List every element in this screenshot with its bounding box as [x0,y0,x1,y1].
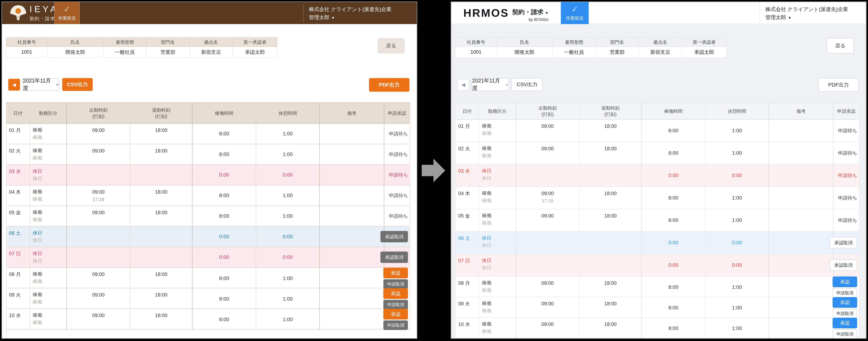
break-hours-cell: 1:00 [705,297,769,318]
request-cancel-button[interactable]: 申請取消 [833,309,857,318]
approval-status-text: 申請待ち [389,192,408,199]
approval-cancel-button[interactable]: 承認取消 [830,259,857,271]
division-cell: 稼働稼働 [479,318,516,339]
clock-out-cell [130,227,192,247]
division-label: 休日 [482,257,516,264]
request-cancel-button[interactable]: 申請取消 [383,279,408,289]
division-sub-label: 稼働 [33,154,66,162]
approve-button[interactable]: 承認 [383,268,408,278]
request-cancel-button[interactable]: 申請取消 [833,288,857,297]
back-button[interactable]: 戻る [827,38,854,54]
division-sub-label: 稼働 [482,152,516,159]
previous-month-button[interactable]: ◀ [8,79,20,91]
division-sub-label: 稼働 [482,219,516,227]
division-label: 稼働 [33,311,66,319]
working-hours-cell: 8:00 [642,297,705,318]
employee-header-row: 社員番号 氏名 雇用形態 部門名 拠点名 第一承認者 [455,37,726,47]
approval-cancel-button[interactable]: 承認取消 [380,231,408,242]
month-select[interactable]: 2021年11月度 ∨ [472,78,508,91]
approval-status-text: 申請待ち [838,195,857,201]
timesheet-table: 日付 勤務区分 出勤時刻 (打刻) 退勤時刻 (打刻) 稼働時間 休憩時間 備考… [6,103,410,338]
clock-in-cell: 09:0017:16 [67,186,130,206]
clock-out-time: 18:00 [130,147,192,154]
break-hours-cell: 1:00 [705,277,769,297]
approve-button[interactable]: 承認 [833,318,857,328]
approval-status-text: 申請待ち [389,172,408,178]
division-cell: 休日休日 [479,165,516,187]
clock-in-cell: 09:00 [516,297,580,318]
division-sub-label: 休日 [482,174,516,182]
date-cell: 04 木 [456,187,479,209]
product-byline: by IEYASU [529,17,549,22]
right-arrow-icon [422,165,433,176]
hrmos-logo[interactable]: HRMOS 契約・請求▼ by IEYASU [463,6,549,22]
clock-out-cell: 18:00 [580,120,642,142]
clock-in-punch: 17:16 [516,197,579,204]
break-hours-cell: 1:00 [705,120,769,142]
division-label: 休日 [33,250,66,257]
account-menu[interactable]: 株式会社 クライアント(派遣先)企業 管理太郎▼ [766,5,848,22]
approve-button[interactable]: 承認 [833,297,857,308]
division-cell: 休日休日 [30,165,67,185]
col-approval: 申請承認 [834,103,859,119]
clock-in-cell [516,254,580,276]
division-label: 稼働 [482,122,516,130]
chevron-down-icon: ▼ [788,16,792,20]
clock-out-time: 18:00 [580,145,641,152]
pdf-export-button[interactable]: PDF出力 [818,78,859,92]
employee-header: 雇用形態 [553,37,596,47]
approval-cancel-button[interactable]: 承認取消 [380,252,408,263]
request-cancel-button[interactable]: 申請取消 [833,329,857,339]
timesheet-row-03: 03 水休日休日0:000:00申請待ち [455,165,859,187]
timesheet-header-row: 日付 勤務区分 出勤時刻 (打刻) 退勤時刻 (打刻) 稼働時間 休憩時間 備考… [455,103,859,120]
approval-cancel-button[interactable]: 承認取消 [830,237,857,248]
request-cancel-button[interactable]: 申請取消 [383,300,408,309]
break-hours-cell: 0:00 [705,232,769,254]
division-label: 稼働 [482,212,516,219]
date-cell: 05 金 [6,206,30,226]
tab-work-status[interactable]: ✓ 作業状況 [54,2,80,24]
account-menu[interactable]: 株式会社 クライアント(派遣先)企業 管理太郎▼ [309,5,392,22]
approve-button[interactable]: 承認 [383,309,408,319]
csv-export-button[interactable]: CSV出力 [512,78,542,91]
col-working-hours: 稼働時間 [642,103,705,119]
division-cell: 稼働稼働 [479,277,516,297]
division-sub-label: 稼働 [482,307,516,314]
back-button[interactable]: 戻る [377,38,405,54]
employee-summary-table: 社員番号 氏名 雇用形態 部門名 拠点名 第一承認者 1001 開発太郎 一般社… [6,37,277,57]
working-hours-cell: 8:00 [192,309,256,330]
col-working-hours: 稼働時間 [192,103,256,123]
request-cancel-button[interactable]: 申請取消 [383,320,408,330]
approval-cell: 承認申請取消 [384,309,410,330]
clock-out-cell: 18:00 [580,297,642,318]
break-hours-cell: 1:00 [256,309,320,330]
employee-summary-table: 社員番号 氏名 雇用形態 部門名 拠点名 第一承認者 1001 開発太郎 一般社… [455,37,726,57]
clock-out-time: 18:00 [580,212,641,220]
remarks-cell [320,268,384,289]
first-approver: 承認太郎 [682,47,726,57]
break-hours-cell: 1:00 [256,288,320,309]
csv-export-button[interactable]: CSV出力 [62,78,93,91]
month-select[interactable]: 2021年11月度 ∨ [23,78,59,91]
previous-month-button[interactable]: ◀ [458,79,469,91]
tab-work-status[interactable]: ✓ 作業状況 [561,2,589,24]
approval-cell: 申請待ち [834,165,859,187]
clock-in-time: 09:00 [67,312,130,319]
approval-cell: 承認申請取消 [384,268,410,289]
timesheet-table: 日付 勤務区分 出勤時刻 (打刻) 退勤時刻 (打刻) 稼働時間 休憩時間 備考… [455,103,859,338]
clock-out-cell: 18:00 [130,186,192,206]
clock-out-time: 18:00 [580,280,641,287]
working-hours-cell: 8:00 [192,268,256,289]
remarks-cell [769,142,834,164]
approve-button[interactable]: 承認 [383,288,408,299]
date-cell: 09 火 [6,288,30,309]
clock-in-time: 09:00 [516,190,579,197]
clock-in-time: 09:00 [516,122,579,130]
toolbar: ◀ 2021年11月度 ∨ CSV出力 PDF出力 [451,78,866,91]
approve-button[interactable]: 承認 [833,277,857,287]
product-subtitle: 契約・請求 [512,8,544,16]
clock-out-cell [130,165,192,185]
clock-in-time: 09:00 [516,300,579,307]
pdf-export-button[interactable]: PDF出力 [369,78,409,92]
clock-out-cell [580,232,642,254]
